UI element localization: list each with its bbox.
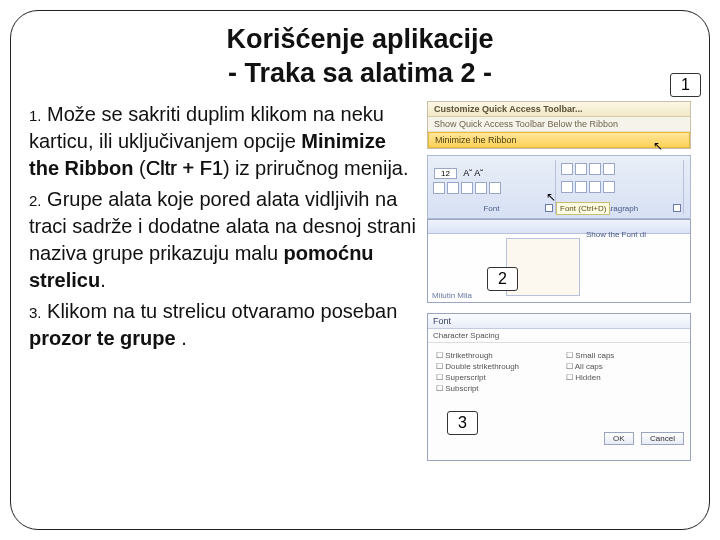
font-dialog-title: Font — [428, 314, 690, 329]
ribbon-font-size: 12 — [434, 168, 457, 179]
ok-button: OK — [604, 432, 634, 445]
slide-title: Korišćenje aplikacije - Traka sa alatima… — [69, 23, 651, 91]
ribbon-mock: 12 A˘ A˘ Font Paragraph ↖ Font (Ctrl+D) — [427, 155, 691, 219]
ribbon-chip — [489, 182, 501, 194]
ribbon-group-font: 12 A˘ A˘ Font — [428, 160, 556, 214]
font-dialog-tabs: Character Spacing — [428, 329, 690, 343]
slide-frame: Korišćenje aplikacije - Traka sa alatima… — [10, 10, 710, 530]
check-item: All caps — [566, 362, 684, 371]
ribbon-chip — [461, 182, 473, 194]
check-item: Strikethrough — [436, 351, 554, 360]
li3-part-a: Klikom na tu strelicu otvaramo poseban — [47, 300, 397, 322]
callout-2: 2 — [487, 267, 518, 291]
list-item-3: 3. Klikom na tu strelicu otvaramo poseba… — [29, 298, 419, 352]
content-row: 1. Može se sakriti duplim klikom na neku… — [29, 101, 691, 461]
screenshot-column: Customize Quick Access Toolbar... Show Q… — [427, 101, 691, 461]
ribbon-chip — [589, 181, 601, 193]
tooltip-font: Font (Ctrl+D) — [556, 202, 610, 215]
check-item: Double strikethrough — [436, 362, 554, 371]
context-menu-row-minimize: Minimize the Ribbon ↖ — [428, 132, 690, 148]
cursor-icon: ↖ — [546, 190, 556, 204]
li1-part-c: ( — [133, 157, 145, 179]
li3-part-c: . — [176, 327, 187, 349]
cursor-icon: ↖ — [653, 139, 663, 153]
ribbon-group-font-label: Font — [428, 204, 555, 213]
font-dialog-col-right: Small caps All caps Hidden — [566, 349, 684, 384]
ribbon-chip — [433, 182, 445, 194]
context-menu-minimize-label: Minimize the Ribbon — [435, 135, 517, 145]
dialog-launcher-icon — [673, 204, 681, 212]
li1-part-e: ) iz priručnog menija. — [223, 157, 409, 179]
callout-3: 3 — [447, 411, 478, 435]
check-item: Hidden — [566, 373, 684, 382]
check-item: Small caps — [566, 351, 684, 360]
ribbon-chip — [589, 163, 601, 175]
cancel-button: Cancel — [641, 432, 684, 445]
title-line-1: Korišćenje aplikacije — [226, 24, 493, 54]
list-number-2: 2. — [29, 192, 42, 209]
context-menu-row-below: Show Quick Access Toolbar Below the Ribb… — [428, 117, 690, 132]
context-menu-header: Customize Quick Access Toolbar... — [428, 102, 690, 117]
check-item: Subscript — [436, 384, 554, 393]
text-column: 1. Može se sakriti duplim klikom na neku… — [29, 101, 419, 461]
li2-part-c: . — [100, 269, 106, 291]
li1-shortcut: Cltr + F1 — [146, 157, 223, 179]
list-item-2: 2. Grupe alata koje pored alata vidljivi… — [29, 186, 419, 294]
context-menu-mock: Customize Quick Access Toolbar... Show Q… — [427, 101, 691, 149]
ribbon-chip — [575, 163, 587, 175]
list-number-1: 1. — [29, 107, 42, 124]
font-dialog-col-left: Strikethrough Double strikethrough Super… — [436, 349, 554, 395]
ribbon-chip — [603, 163, 615, 175]
ribbon-chip — [561, 163, 573, 175]
ribbon-chip — [447, 182, 459, 194]
ribbon-chip — [603, 181, 615, 193]
tooltip-detail-mock: Show the Font di Milutin Mila — [427, 219, 691, 303]
list-item-1: 1. Može se sakriti duplim klikom na neku… — [29, 101, 419, 182]
tooltip-author: Milutin Mila — [432, 291, 472, 300]
ribbon-chip — [561, 181, 573, 193]
title-line-2: - Traka sa alatima 2 - — [228, 58, 492, 88]
list-number-3: 3. — [29, 304, 42, 321]
font-dialog-buttons: OK Cancel — [601, 427, 684, 445]
tooltip-text: Show the Font di — [586, 230, 688, 239]
check-item: Superscript — [436, 373, 554, 382]
font-dialog-mock: Font Character Spacing Strikethrough Dou… — [427, 313, 691, 461]
li3-bold-window: prozor te grupe — [29, 327, 176, 349]
callout-1: 1 — [670, 73, 701, 97]
ribbon-chip — [575, 181, 587, 193]
dialog-launcher-icon — [545, 204, 553, 212]
ribbon-chip — [475, 182, 487, 194]
